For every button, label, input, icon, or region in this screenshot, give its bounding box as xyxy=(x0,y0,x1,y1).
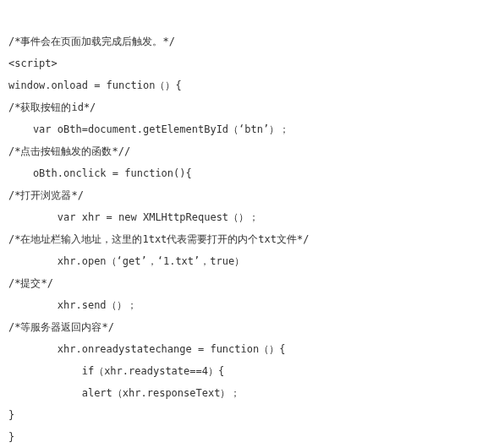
code-line: xhr.send（）； xyxy=(8,299,137,311)
code-line: xhr.open（‘get’，‘1.txt’，true） xyxy=(8,255,244,267)
code-line: /*在地址栏输入地址，这里的1txt代表需要打开的内个txt文件*/ xyxy=(8,233,309,245)
code-line: var xhr = new XMLHttpRequest（）； xyxy=(8,211,259,223)
code-listing: /*事件会在页面加载完成后触发。*/ <script> window.onloa… xyxy=(0,0,482,448)
code-line: <script> xyxy=(8,57,58,69)
code-line: } xyxy=(8,409,14,421)
code-line: var oBth=document.getElementById（‘btn’）； xyxy=(8,123,289,135)
code-line: alert（xhr.responseText）； xyxy=(8,387,240,399)
code-line: if（xhr.readystate==4）{ xyxy=(8,365,224,377)
code-line: /*提交*/ xyxy=(8,277,53,289)
code-line: window.onload = function（）{ xyxy=(8,79,182,91)
code-line: xhr.onreadystatechange = function（）{ xyxy=(8,343,285,355)
code-line: /*等服务器返回内容*/ xyxy=(8,321,114,333)
code-line: oBth.onclick = function(){ xyxy=(8,167,192,179)
code-line: /*获取按钮的id*/ xyxy=(8,101,96,113)
code-line: /*打开浏览器*/ xyxy=(8,189,84,201)
code-line: } xyxy=(8,431,14,443)
code-line: /*事件会在页面加载完成后触发。*/ xyxy=(8,36,175,47)
code-line: /*点击按钮触发的函数*// xyxy=(8,145,130,157)
